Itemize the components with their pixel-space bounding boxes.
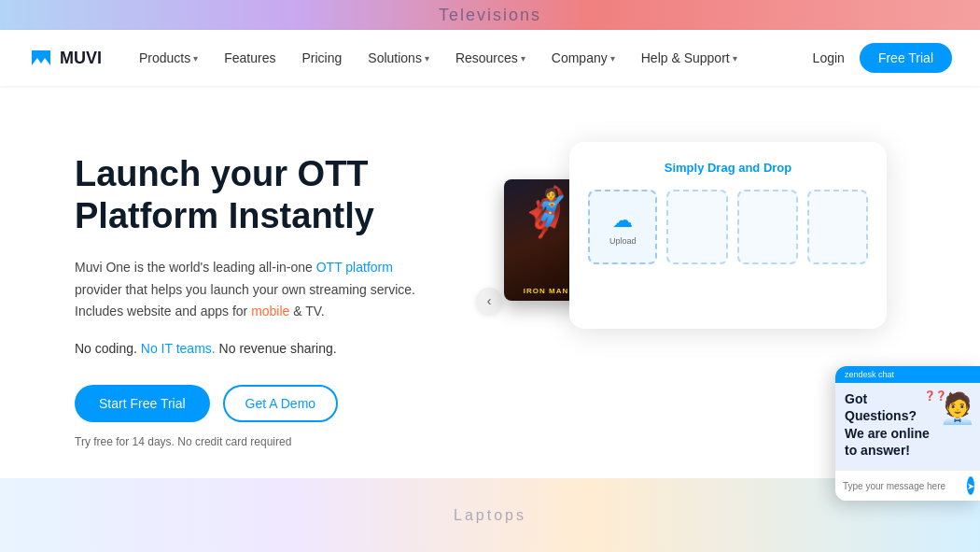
drag-drop-card: Simply Drag and Drop ☁ Upload bbox=[569, 142, 887, 329]
upload-label: Upload bbox=[609, 236, 637, 246]
top-banner: Televisions bbox=[0, 0, 980, 30]
nav-item-features[interactable]: Features bbox=[224, 50, 275, 65]
chat-header: zendesk chat bbox=[835, 366, 980, 383]
top-banner-text: Televisions bbox=[439, 6, 541, 25]
footer-gradient: Laptops bbox=[0, 478, 980, 552]
chevron-down-icon: ▾ bbox=[521, 53, 525, 64]
nav-item-products[interactable]: Products ▾ bbox=[139, 50, 198, 65]
upload-icon: ☁ bbox=[612, 208, 633, 233]
trial-note: Try free for 14 days. No credit card req… bbox=[75, 435, 429, 448]
logo-text: MUVI bbox=[60, 49, 102, 68]
dnd-title: Simply Drag and Drop bbox=[588, 161, 868, 175]
chevron-down-icon: ▾ bbox=[193, 53, 198, 64]
hero-buttons: Start Free Trial Get A Demo bbox=[75, 385, 429, 422]
upload-box[interactable]: ☁ Upload bbox=[588, 190, 657, 264]
free-trial-button[interactable]: Free Trial bbox=[860, 43, 952, 73]
nav-item-help[interactable]: Help & Support ▾ bbox=[641, 50, 737, 65]
chat-message-input[interactable] bbox=[843, 481, 961, 491]
dnd-placeholder-1 bbox=[666, 190, 727, 264]
logo[interactable]: MUVI bbox=[28, 45, 102, 71]
movie-title: IRON MAN bbox=[524, 287, 568, 295]
hero-left: Launch your OTT Platform Instantly Muvi … bbox=[75, 153, 467, 449]
chat-body: Got Questions? We are online to answer! … bbox=[835, 383, 980, 470]
muvi-logo-icon bbox=[28, 45, 54, 71]
hero-section: Launch your OTT Platform Instantly Muvi … bbox=[0, 86, 980, 478]
nav-actions: Login Free Trial bbox=[813, 43, 952, 73]
nav-item-solutions[interactable]: Solutions ▾ bbox=[368, 50, 429, 65]
chevron-down-icon: ▾ bbox=[425, 53, 429, 64]
dnd-boxes: ☁ Upload bbox=[588, 190, 868, 264]
footer-text: Laptops bbox=[454, 507, 526, 524]
carousel-prev-button[interactable]: ‹ bbox=[476, 288, 502, 314]
nav-links: Products ▾ Features Pricing Solutions ▾ … bbox=[139, 50, 813, 65]
dnd-placeholder-3 bbox=[807, 190, 868, 264]
hero-title: Launch your OTT Platform Instantly bbox=[75, 153, 429, 238]
chat-think-bubbles: ❓❓ bbox=[924, 390, 946, 401]
hero-tagline: No coding. No IT teams. No revenue shari… bbox=[75, 338, 429, 359]
start-free-trial-button[interactable]: Start Free Trial bbox=[75, 385, 210, 422]
get-a-demo-button[interactable]: Get A Demo bbox=[223, 385, 338, 422]
chat-send-button[interactable]: ➤ bbox=[967, 476, 974, 495]
dnd-placeholder-2 bbox=[737, 190, 798, 264]
nav-item-pricing[interactable]: Pricing bbox=[302, 50, 343, 65]
chat-input-area: ➤ bbox=[835, 470, 980, 501]
login-button[interactable]: Login bbox=[813, 50, 845, 65]
nav-item-resources[interactable]: Resources ▾ bbox=[455, 50, 525, 65]
chat-widget: zendesk chat Got Questions? We are onlin… bbox=[835, 366, 980, 501]
navbar: MUVI Products ▾ Features Pricing Solutio… bbox=[0, 30, 980, 86]
chevron-down-icon: ▾ bbox=[610, 53, 615, 64]
nav-item-company[interactable]: Company ▾ bbox=[552, 50, 615, 65]
chevron-down-icon: ▾ bbox=[733, 53, 737, 64]
hero-description: Muvi One is the world's leading all-in-o… bbox=[75, 257, 429, 323]
movie-figure-icon: 🦸 bbox=[517, 189, 575, 235]
